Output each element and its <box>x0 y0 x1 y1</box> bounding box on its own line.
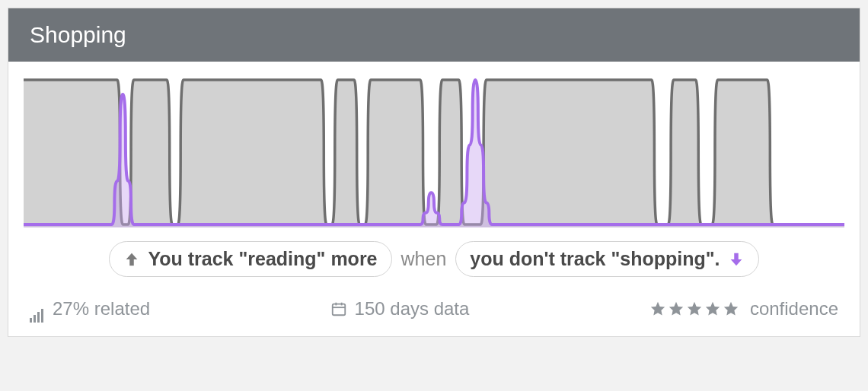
correlation-right-text: you don't track "shopping". <box>470 248 720 270</box>
confidence-stars <box>649 300 739 317</box>
arrow-up-icon <box>123 251 140 268</box>
star-icon <box>649 300 666 317</box>
stat-days-text: 150 days data <box>355 298 470 319</box>
stat-confidence: confidence <box>649 298 838 319</box>
stat-days: 150 days data <box>330 298 470 319</box>
stat-confidence-text: confidence <box>750 298 838 319</box>
correlation-card: Shopping You track "reading" more when y… <box>8 8 860 337</box>
star-icon <box>704 300 721 317</box>
calendar-icon <box>330 300 347 317</box>
stats-row: 27% related 150 days data confidence <box>8 285 860 336</box>
correlation-right-pill[interactable]: you don't track "shopping". <box>455 241 758 277</box>
correlation-left-text: You track "reading" more <box>148 248 377 270</box>
correlation-joiner: when <box>401 248 447 270</box>
star-icon <box>668 300 685 317</box>
stat-related-text: 27% related <box>53 298 150 319</box>
correlation-left-pill[interactable]: You track "reading" more <box>109 241 391 277</box>
card-header: Shopping <box>8 8 860 62</box>
area-chart <box>24 75 844 227</box>
correlation-sentence: You track "reading" more when you don't … <box>8 227 860 285</box>
stat-related: 27% related <box>30 298 150 319</box>
chart-area <box>8 62 860 227</box>
svg-rect-0 <box>332 304 345 316</box>
arrow-down-icon <box>728 251 745 268</box>
star-icon <box>723 300 739 317</box>
card-title: Shopping <box>30 22 126 47</box>
bars-icon <box>30 301 45 316</box>
star-icon <box>686 300 703 317</box>
